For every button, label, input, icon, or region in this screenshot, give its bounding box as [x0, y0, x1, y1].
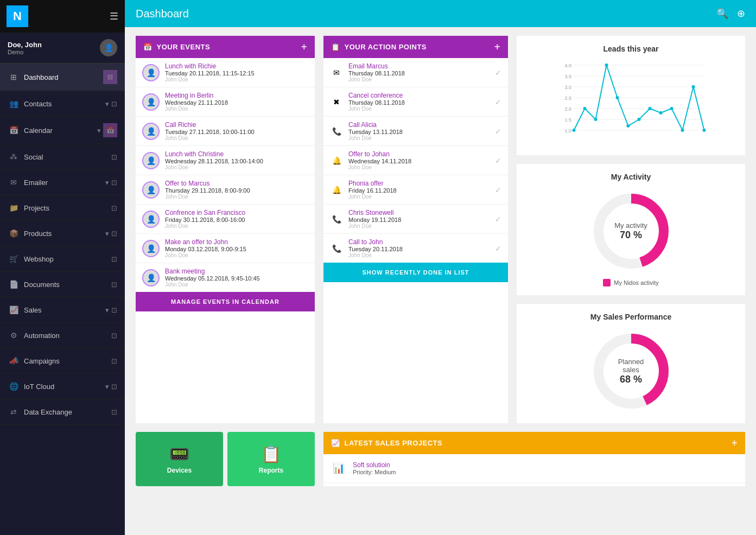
event-list-item[interactable]: 👤 Meeting in Berlin Wednesday 21.11.2018…	[136, 87, 315, 117]
actions-list: ✉ Email Marcus Thursday 08.11.2018 John …	[323, 58, 508, 263]
latest-sales-add-button[interactable]: +	[732, 437, 738, 449]
action-title[interactable]: Chris Stonewell	[348, 209, 490, 216]
event-date: Thursday 29.11.2018, 8:00-9:00	[165, 187, 308, 194]
action-check-button[interactable]: ✓	[495, 186, 501, 194]
sidebar-item-dashboard[interactable]: ⊞ Dashboard ⊟	[0, 63, 125, 91]
actions-footer-button[interactable]: SHOW RECENTLY DONE IN LIST	[323, 263, 508, 282]
action-title[interactable]: Email Marcus	[348, 62, 490, 70]
leads-chart-section: Leads this year 4.0 3.5 3.0 2.5 2.0 1.5 …	[517, 36, 745, 155]
action-title[interactable]: Phonia offer	[348, 180, 490, 187]
event-list-item[interactable]: 👤 Call Richie Tuesday 27.11.2018, 10:00-…	[136, 117, 315, 146]
action-user: John Doe	[348, 106, 490, 112]
sidebar-item-automation[interactable]: ⚙ Automation ⊡	[0, 323, 125, 348]
event-title: Confrence in San Francisco	[165, 209, 308, 216]
donut-center-text: My activity 70 %	[614, 221, 647, 241]
projects-menu-icon: ⊡	[111, 204, 117, 212]
app-logo: N	[7, 5, 28, 27]
sidebar-item-calendar[interactable]: 📅 Calendar ▾ 📅	[0, 117, 125, 144]
add-icon[interactable]: ⊕	[737, 8, 745, 20]
calendar-dropdown-icon: ▾	[97, 126, 101, 135]
action-date: Thursday 08.11.2018	[348, 99, 490, 106]
events-title: YOUR EVENTS	[157, 43, 211, 51]
activity-legend: My Nidos activity	[603, 279, 659, 286]
action-check-button[interactable]: ✓	[495, 98, 501, 106]
sidebar-item-projects[interactable]: 📁 Projects ⊡	[0, 195, 125, 221]
sales-item-name[interactable]: Soft solutioin	[353, 461, 739, 469]
user-role: Demo	[8, 49, 42, 55]
event-details: Confrence in San Francisco Friday 30.11.…	[165, 209, 308, 229]
action-title[interactable]: Cancel conference	[348, 92, 490, 99]
action-details: Offer to Johan Wednesday 14.11.2018 John…	[348, 150, 490, 170]
search-icon[interactable]: 🔍	[716, 8, 728, 20]
sidebar-item-webshop[interactable]: 🛒 Webshop ⊡	[0, 246, 125, 272]
event-list-item[interactable]: 👤 Make an offer to John Monday 03.12.201…	[136, 234, 315, 263]
sidebar-item-documents[interactable]: 📄 Documents ⊡	[0, 272, 125, 297]
reports-label: Reports	[259, 467, 283, 474]
sidebar-label-automation: Automation	[24, 332, 60, 340]
event-title: Call Richie	[165, 121, 308, 129]
event-avatar: 👤	[142, 93, 160, 111]
events-footer-button[interactable]: MANAGE EVENTS IN CALENDAR	[136, 292, 315, 311]
action-details: Call to John Tuesday 20.11.2018 John Doe	[348, 238, 490, 258]
sales-projects-icon: 📈	[331, 439, 340, 447]
activity-title: My Activity	[525, 173, 736, 181]
webshop-icon: 🛒	[8, 253, 20, 265]
events-add-button[interactable]: +	[301, 41, 307, 53]
product-card-devices[interactable]: 📟 Devices	[136, 432, 223, 486]
data-exchange-menu-icon: ⊡	[111, 408, 117, 416]
sidebar-item-products[interactable]: 📦 Products ▾ ⊡	[0, 221, 125, 246]
sidebar-item-sales[interactable]: 📈 Sales ▾ ⊡	[0, 297, 125, 323]
action-details: Call Alicia Tuesday 13.11.2018 John Doe	[348, 121, 490, 141]
action-date: Monday 19.11.2018	[348, 216, 490, 223]
chart-container: 4.0 3.5 3.0 2.5 2.0 1.5 1.0	[525, 60, 736, 147]
actions-add-button[interactable]: +	[494, 41, 500, 53]
sidebar-item-data-exchange[interactable]: ⇄ Data Exchange ⊡	[0, 399, 125, 425]
automation-menu-icon: ⊡	[111, 332, 117, 340]
event-details: Lunch with Richie Tuesday 20.11.2018, 11…	[165, 62, 308, 82]
event-list-item[interactable]: 👤 Offer to Marcus Thursday 29.11.2018, 8…	[136, 175, 315, 205]
sidebar-label-contacts: Contacts	[24, 100, 52, 108]
action-check-button[interactable]: ✓	[495, 127, 501, 136]
action-title[interactable]: Offer to Johan	[348, 150, 490, 158]
action-check-button[interactable]: ✓	[495, 68, 501, 77]
content-wrapper: 📅 YOUR EVENTS + 👤 Lunch with Richie Tues…	[125, 27, 756, 535]
action-list-item: ✉ Email Marcus Thursday 08.11.2018 John …	[323, 58, 508, 87]
sales-menu-icon: ⊡	[111, 306, 117, 314]
product-card-reports[interactable]: 📋 Reports	[227, 432, 315, 486]
action-date: Thursday 08.11.2018	[348, 70, 490, 77]
svg-text:3.5: 3.5	[565, 74, 572, 79]
sidebar-item-social[interactable]: ⁂ Social ⊡	[0, 144, 125, 170]
sidebar-item-contacts[interactable]: 👥 Contacts ▾ ⊡	[0, 91, 125, 117]
events-widget-header: 📅 YOUR EVENTS +	[136, 36, 315, 58]
calendar-active-icon: 📅	[103, 123, 117, 137]
sidebar: N ☰ Doe, John Demo 👤 ⊞ Dashboard ⊟ 👥 Con…	[0, 0, 125, 535]
action-title[interactable]: Call to John	[348, 238, 490, 246]
bottom-widgets: 📟 Devices 📋 Reports 📈 LATEST SALES PROJE…	[136, 432, 745, 486]
event-list-item[interactable]: 👤 Lunch with Richie Tuesday 20.11.2018, …	[136, 58, 315, 87]
sales-item-details: Soft solutioin Priority: Medium	[353, 461, 739, 475]
iot-dropdown-icon: ▾	[105, 383, 109, 391]
event-list-item[interactable]: 👤 Lunch with Christine Wednesday 28.11.2…	[136, 146, 315, 175]
events-list: 👤 Lunch with Richie Tuesday 20.11.2018, …	[136, 58, 315, 292]
action-title[interactable]: Call Alicia	[348, 121, 490, 129]
sales-dropdown-icon: ▾	[105, 306, 109, 314]
sidebar-item-emailer[interactable]: ✉ Emailer ▾ ⊡	[0, 170, 125, 195]
action-details: Email Marcus Thursday 08.11.2018 John Do…	[348, 62, 490, 82]
sidebar-item-iot[interactable]: 🌐 IoT Cloud ▾ ⊡	[0, 374, 125, 399]
products-menu-icon: ⊡	[111, 230, 117, 238]
campaigns-menu-icon: ⊡	[111, 357, 117, 365]
product-cards: 📟 Devices 📋 Reports	[136, 432, 315, 486]
sidebar-item-campaigns[interactable]: 📣 Campaigns ⊡	[0, 348, 125, 374]
contacts-icon: 👥	[8, 98, 20, 110]
action-check-button[interactable]: ✓	[495, 244, 501, 253]
event-list-item[interactable]: 👤 Confrence in San Francisco Friday 30.1…	[136, 205, 315, 234]
hamburger-icon[interactable]: ☰	[110, 10, 118, 22]
action-check-button[interactable]: ✓	[495, 215, 501, 224]
user-section: Doe, John Demo 👤	[0, 33, 125, 63]
action-user: John Doe	[348, 164, 490, 170]
event-list-item[interactable]: 👤 Bank meeting Wednesday 05.12.2018, 9:4…	[136, 263, 315, 292]
action-check-button[interactable]: ✓	[495, 156, 501, 165]
page-title: Dashboard	[136, 8, 189, 20]
sidebar-label-documents: Documents	[24, 281, 60, 289]
action-list-item: ✖ Cancel conference Thursday 08.11.2018 …	[323, 87, 508, 117]
